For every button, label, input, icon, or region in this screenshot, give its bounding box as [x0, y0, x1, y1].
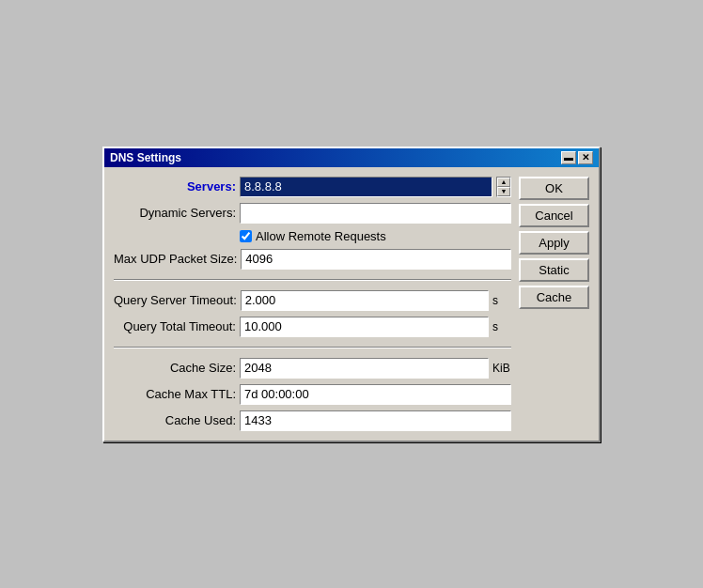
minimize-button[interactable]: ▬	[561, 151, 576, 164]
window-title: DNS Settings	[110, 151, 181, 164]
cache-used-row: Cache Used:	[114, 410, 511, 431]
max-udp-label: Max UDP Packet Size:	[114, 252, 237, 266]
cache-max-ttl-input[interactable]	[240, 384, 511, 405]
query-server-timeout-label: Query Server Timeout:	[114, 293, 237, 307]
dns-settings-window: DNS Settings ▬ ✕ Servers: ▲ ▼ Dyna	[102, 147, 601, 442]
query-server-timeout-unit: s	[492, 294, 511, 307]
servers-row: Servers: ▲ ▼	[114, 177, 511, 197]
allow-remote-label: Allow Remote Requests	[256, 229, 386, 243]
cache-button[interactable]: Cache	[519, 286, 589, 309]
window-body: Servers: ▲ ▼ Dynamic Servers: Allow Remo…	[104, 167, 599, 441]
main-form: Servers: ▲ ▼ Dynamic Servers: Allow Remo…	[114, 177, 511, 431]
close-icon: ✕	[582, 152, 589, 162]
cache-size-input[interactable]	[240, 358, 489, 379]
separator-2	[114, 347, 511, 348]
dynamic-servers-label: Dynamic Servers:	[114, 206, 236, 220]
query-total-timeout-input[interactable]	[240, 317, 489, 337]
query-total-timeout-row: Query Total Timeout: s	[114, 317, 511, 337]
cache-size-label: Cache Size:	[114, 361, 236, 375]
servers-input[interactable]	[240, 177, 492, 197]
spinner-down[interactable]: ▼	[497, 187, 510, 196]
cache-used-input[interactable]	[240, 410, 511, 431]
static-button[interactable]: Static	[519, 258, 589, 282]
title-bar-buttons: ▬ ✕	[561, 151, 593, 164]
dynamic-servers-input[interactable]	[240, 203, 511, 224]
servers-label: Servers:	[114, 179, 236, 193]
cache-max-ttl-label: Cache Max TTL:	[114, 387, 236, 401]
servers-spinner[interactable]: ▲ ▼	[496, 177, 511, 197]
minimize-icon: ▬	[564, 152, 573, 162]
cache-size-unit: KiB	[492, 362, 511, 375]
cache-used-label: Cache Used:	[114, 413, 236, 427]
allow-remote-checkbox[interactable]	[240, 230, 252, 242]
max-udp-input[interactable]	[241, 249, 511, 270]
cache-max-ttl-row: Cache Max TTL:	[114, 384, 511, 405]
separator-1	[114, 279, 511, 281]
allow-remote-row: Allow Remote Requests	[114, 229, 511, 243]
ok-button[interactable]: OK	[519, 177, 589, 200]
apply-button[interactable]: Apply	[519, 231, 589, 255]
cache-size-row: Cache Size: KiB	[114, 358, 511, 379]
spinner-up[interactable]: ▲	[497, 178, 510, 187]
close-button[interactable]: ✕	[578, 151, 593, 164]
query-server-timeout-row: Query Server Timeout: s	[114, 290, 511, 311]
max-udp-row: Max UDP Packet Size:	[114, 249, 511, 270]
cancel-button[interactable]: Cancel	[519, 204, 589, 227]
query-server-timeout-input[interactable]	[241, 290, 489, 311]
query-total-timeout-unit: s	[492, 320, 511, 333]
sidebar-buttons: OK Cancel Apply Static Cache	[519, 177, 589, 431]
title-bar: DNS Settings ▬ ✕	[104, 148, 599, 167]
query-total-timeout-label: Query Total Timeout:	[114, 319, 236, 333]
dynamic-servers-row: Dynamic Servers:	[114, 203, 511, 224]
